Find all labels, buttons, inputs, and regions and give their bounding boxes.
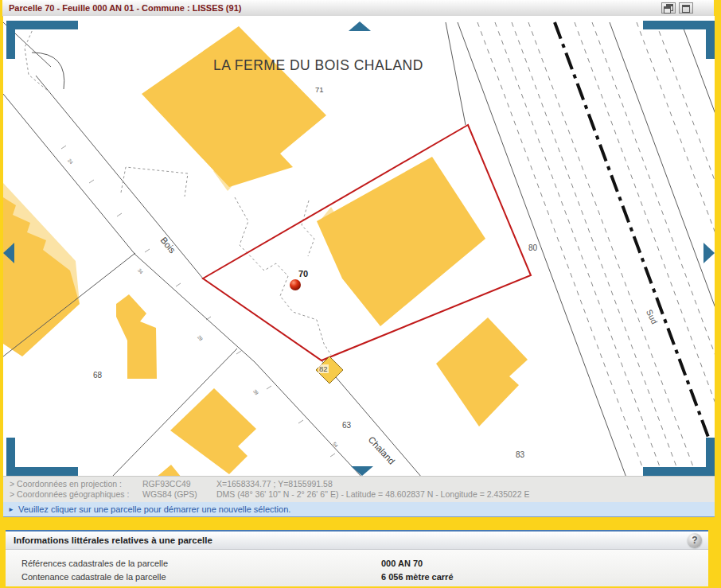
pan-down-arrow[interactable]	[351, 466, 373, 476]
maximize-icon	[682, 5, 690, 13]
selected-parcel-marker-dot	[290, 279, 301, 290]
window-title-bar: Parcelle 70 - Feuille 000 AN 01 - Commun…	[2, 0, 714, 17]
restore-window-button[interactable]	[661, 2, 676, 14]
cadastral-map[interactable]: LA FERME DU BOIS CHALAND 71 80 68 63 83 …	[3, 16, 715, 476]
maximize-window-button[interactable]	[679, 2, 693, 14]
buildings-layer	[3, 26, 528, 476]
cadastre-viewer-page: { "title_bar": { "title": "Parcelle 70 -…	[0, 0, 721, 588]
projection-label: > Coordonnées en projection :	[10, 479, 122, 489]
instruction-message-text: Veuillez cliquer sur une parcelle pour d…	[18, 504, 290, 514]
place-name-label: LA FERME DU BOIS CHALAND	[213, 57, 423, 74]
parcel-info-header: Informations littérales relatives à une …	[6, 532, 708, 550]
geographic-system: WGS84 (GPS)	[142, 489, 197, 499]
instruction-message-bar: ►Veuillez cliquer sur une parcelle pour …	[3, 502, 715, 517]
references-value: 000 AN 70	[381, 559, 423, 568]
pan-up-arrow[interactable]	[349, 21, 371, 31]
parcel-info-panel: Informations littérales relatives à une …	[6, 530, 708, 586]
parcel-info-body: Références cadastrales de la parcelle 00…	[6, 550, 708, 586]
projection-values: X=1658334.77 ; Y=8155991.58	[216, 479, 333, 489]
parcel-info-header-title: Informations littérales relatives à une …	[14, 535, 212, 545]
selected-parcel-label-70: 70	[298, 269, 308, 278]
references-label: Références cadastrales de la parcelle	[21, 559, 168, 568]
parcel-label-83: 83	[516, 450, 524, 459]
help-button[interactable]: ?	[688, 533, 702, 547]
diamond-label-82: 82	[318, 364, 329, 373]
parcel-label-68: 68	[93, 371, 102, 380]
geographic-values: DMS (48° 36' 10'' N - 2° 26' 6'' E) - La…	[216, 489, 529, 499]
cadastral-map-svg[interactable]	[3, 16, 715, 476]
geographic-label: > Coordonnées géographiques :	[10, 489, 129, 499]
contenance-label: Contenance cadastrale de la parcelle	[21, 572, 166, 582]
parcel-label-80: 80	[528, 243, 537, 252]
window-title: Parcelle 70 - Feuille 000 AN 01 - Commun…	[9, 0, 241, 16]
contenance-value: 6 056 mètre carré	[381, 572, 454, 582]
projection-system: RGF93CC49	[142, 479, 191, 489]
parcel-label-71: 71	[315, 85, 324, 94]
pan-right-arrow[interactable]	[703, 243, 715, 263]
coordinates-panel: > Coordonnées en projection : RGF93CC49 …	[3, 476, 715, 502]
parcel-label-63: 63	[342, 421, 351, 430]
play-arrow-icon: ►	[8, 506, 14, 513]
help-icon: ?	[692, 535, 697, 546]
